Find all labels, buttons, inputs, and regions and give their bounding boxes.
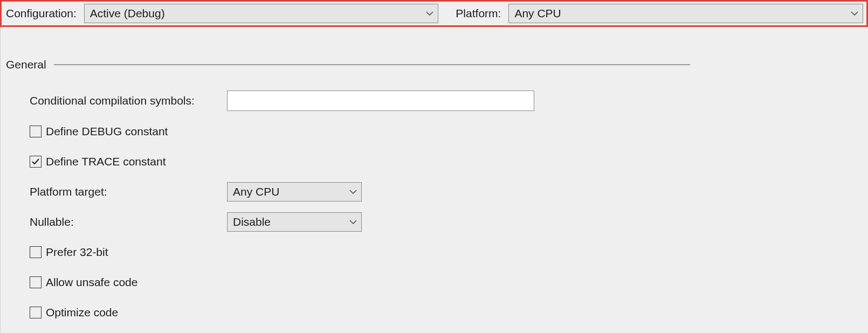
nullable-dropdown[interactable]: Disable <box>227 212 362 232</box>
configuration-value: Active (Debug) <box>90 7 165 20</box>
optimize-row: Optimize code <box>30 303 863 322</box>
build-settings-panel: General Conditional compilation symbols:… <box>0 27 868 333</box>
checkbox-box <box>30 276 42 288</box>
checkbox-box <box>30 156 42 168</box>
define-debug-row: Define DEBUG constant <box>30 122 863 141</box>
conditional-symbols-input[interactable] <box>227 91 534 111</box>
define-debug-label: Define DEBUG constant <box>46 125 168 138</box>
section-title: General <box>6 58 46 71</box>
nullable-row: Nullable: Disable <box>30 212 863 232</box>
platform-target-label: Platform target: <box>30 185 227 198</box>
section-divider <box>54 64 690 65</box>
platform-target-value: Any CPU <box>233 185 279 198</box>
define-trace-row: Define TRACE constant <box>30 152 863 171</box>
platform-target-dropdown[interactable]: Any CPU <box>227 182 362 202</box>
define-trace-checkbox[interactable]: Define TRACE constant <box>30 155 166 168</box>
configuration-label: Configuration: <box>5 7 79 20</box>
conditional-symbols-row: Conditional compilation symbols: <box>30 91 863 111</box>
chevron-down-icon <box>851 11 858 16</box>
prefer-32bit-checkbox[interactable]: Prefer 32-bit <box>30 246 108 259</box>
platform-label: Platform: <box>454 7 503 20</box>
checkbox-box <box>30 246 42 258</box>
allow-unsafe-row: Allow unsafe code <box>30 273 863 292</box>
nullable-label: Nullable: <box>30 216 227 228</box>
nullable-value: Disable <box>233 216 271 228</box>
define-debug-checkbox[interactable]: Define DEBUG constant <box>30 125 168 138</box>
conditional-symbols-label: Conditional compilation symbols: <box>30 94 227 107</box>
prefer-32bit-label: Prefer 32-bit <box>46 246 108 259</box>
allow-unsafe-checkbox[interactable]: Allow unsafe code <box>30 276 137 289</box>
prefer-32bit-row: Prefer 32-bit <box>30 242 863 262</box>
checkbox-box <box>30 307 42 318</box>
allow-unsafe-label: Allow unsafe code <box>46 276 137 289</box>
define-trace-label: Define TRACE constant <box>46 155 166 168</box>
platform-value: Any CPU <box>514 7 561 20</box>
general-form: Conditional compilation symbols: Define … <box>6 91 863 322</box>
optimize-checkbox[interactable]: Optimize code <box>30 306 118 319</box>
config-platform-bar: Configuration: Active (Debug) Platform: … <box>0 0 868 27</box>
optimize-label: Optimize code <box>46 306 118 319</box>
configuration-dropdown[interactable]: Active (Debug) <box>84 4 439 23</box>
chevron-down-icon <box>349 219 357 225</box>
checkbox-box <box>30 126 42 137</box>
chevron-down-icon <box>349 189 357 195</box>
general-section-header: General <box>6 58 863 71</box>
platform-target-row: Platform target: Any CPU <box>30 182 863 202</box>
chevron-down-icon <box>426 11 433 16</box>
platform-dropdown[interactable]: Any CPU <box>508 4 863 23</box>
